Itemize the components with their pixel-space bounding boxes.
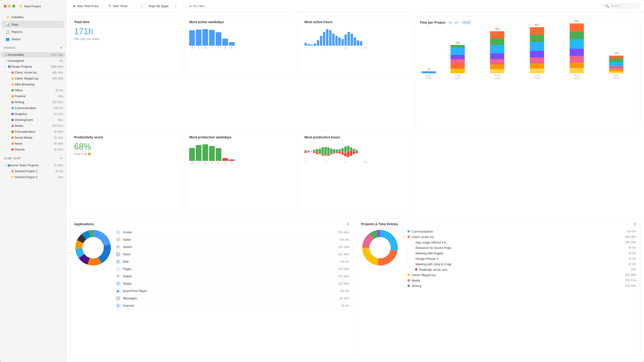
app-name: Skype [123,282,336,285]
app-icon: 💬 [116,252,120,257]
procrastination-label: Procrastination [15,130,53,133]
private-projects-item[interactable]: ∨ 👤 Private Projects 168h 54m [1,64,65,69]
most-productive-hours-title: Most productive hours [304,135,409,139]
development-item[interactable]: Development 45m [1,117,65,123]
teams-label: Teams [11,37,20,41]
communication-item[interactable]: Communication 41h 0m [1,105,65,111]
project-row: ›Client: MegaCorp35h 30m [403,272,636,278]
active-hours-labels: 061218 [304,47,409,49]
acme-team-projects-item[interactable]: ∨ 👥 Acme Team Projects 2h 20m [1,163,65,168]
expand-icon[interactable]: › [406,263,409,266]
expand-icon[interactable]: › [403,285,406,287]
sidebar-item-activities[interactable]: ⚡ Activities [2,13,64,20]
projects-share-icon[interactable]: ⬆ [633,222,636,226]
sidebar-item-teams[interactable]: 👥 Teams [2,35,64,42]
app-row: KKeynote3h 4m [116,302,349,310]
writing-item[interactable]: Writing 10h 40m [1,99,65,105]
acme-team-section: Acme Team + [0,154,66,162]
expand-icon[interactable]: › [406,257,409,260]
app-icon: N [116,274,120,279]
finance-item[interactable]: Finance 15m [1,93,65,99]
app-list: 𝕏Xcode32h 45m🧭Safari31h 0m💎Sketch20h 13m… [116,229,349,310]
add-acme-button[interactable]: + [60,156,62,160]
project-name: Writing [412,284,623,288]
filter-icon: ⊜ [189,4,192,8]
unassigned-item[interactable]: ⊘ Unassigned 5m [1,58,65,63]
total-time-card: Total time 171h 28h 33m per week [70,16,182,76]
applications-share-icon[interactable]: ⬆ [346,222,349,226]
expand-icon[interactable]: › [406,252,409,255]
games-item[interactable]: Games 3h 30m [1,147,65,152]
week-selector[interactable]: Week [461,20,472,25]
close-button[interactable] [4,5,7,7]
writing-label: Writing [15,100,51,104]
prev-period-button[interactable]: ‹ [138,3,145,9]
new-time-entry-icon: ⊕ [73,4,76,8]
graphics-item[interactable]: Graphics 1h 13m [1,111,65,117]
graphics-label: Graphics [15,112,53,116]
social-media-label: Social Media [15,136,53,139]
news-item[interactable]: News 5h 39m [1,141,65,146]
expand-icon[interactable]: ∨ [403,236,406,238]
sidebar-item-stats[interactable]: 📊 Stats [2,21,64,28]
applications-content: 𝕏Xcode32h 45m🧭Safari31h 0m💎Sketch20h 13m… [74,229,349,310]
procrastination-item[interactable]: Procrastination 3h 30m [1,129,65,134]
graphics-time: 1h 13m [54,112,63,116]
productive-hours-labels: 061218 [304,161,409,163]
productivity-value: 68% [74,142,178,151]
app-time: 20h 13m [338,245,349,249]
atp-icon: 👥 [8,164,10,167]
expand-icon[interactable]: › [403,274,406,276]
pp-expand: ∨ [5,65,8,68]
project-list: ›Communication41h 0m∨Client: Acme Inc.36… [403,229,636,289]
add-private-button[interactable]: + [60,46,62,50]
media-time: 22h 57m [52,124,63,127]
sidebar-item-reports[interactable]: 📋 Reports [2,28,64,35]
office-label: Office [15,88,54,92]
maximize-button[interactable] [12,5,15,7]
web-browsing-item[interactable]: Web Browsing [1,82,65,87]
most-productive-weekdays-title: Most productive weekdays [189,135,293,139]
start-timer-button[interactable]: ⏱ Start Timer [105,3,131,9]
app-row: NNotion10h 40m [116,273,349,280]
project-selector[interactable]: ● [448,20,453,25]
media-item[interactable]: Media 22h 57m [1,123,65,128]
search-box[interactable]: 🔍 Search [602,3,640,9]
app-row: ▶QuickTime Player10h 0m [116,288,349,295]
app-time: 10h 40m [338,275,349,278]
unassigned-time: 5m [59,59,63,62]
projects-donut-svg [361,229,399,267]
per-label: per [455,21,459,24]
shared-project-1-item[interactable]: Shared Project 1 2h 0m [1,168,65,174]
most-productive-hours-card: Most productive hours 061218 [300,131,413,213]
app-icon: S [116,281,120,286]
client-megacorp-item[interactable]: Client: MegaCorp 35h 30m [1,76,65,81]
shared-project-2-item[interactable]: Shared Project 2 20m [1,174,65,180]
expand-icon[interactable]: › [406,247,409,249]
next-period-button[interactable]: › [172,3,179,9]
minimize-button[interactable] [8,5,11,7]
svg-point-3 [369,237,391,258]
app-name: Mail [123,260,338,263]
client-acme-time: 36h 30m [52,71,63,74]
app-icon: 𝕏 [116,230,120,235]
office-item[interactable]: Office 2h 4m [1,87,65,93]
expand-icon[interactable]: › [403,230,406,233]
app-time: 5h 15m [340,297,349,300]
app-row: 𝕏Xcode32h 45m [116,229,349,236]
app-name: Notion [123,275,336,278]
social-media-item[interactable]: Social Media 5h 21m [1,135,65,140]
section-header-acme: Acme Team + [4,156,62,160]
new-time-entry-button[interactable]: ⊕ New Time Entry [70,3,102,9]
project-name: App usage without a ti... [416,241,623,244]
filter-button[interactable]: ⊜ No Filter [187,3,207,9]
app-icon: 💎 [116,245,120,249]
productive-hours-chart [304,142,409,161]
new-project-button[interactable]: 📁 New Project [19,4,41,8]
project-time: 10m [631,268,636,271]
toolbar-divider-1 [134,4,134,8]
expand-icon[interactable]: › [403,279,406,282]
all-activities-item[interactable]: 🗂 All Activities 171h 19m [1,52,65,57]
productive-weekdays-labels: MTWTFSS [189,162,293,164]
client-acme-item[interactable]: › Client: Acme Inc. 36h 30m [1,70,65,75]
